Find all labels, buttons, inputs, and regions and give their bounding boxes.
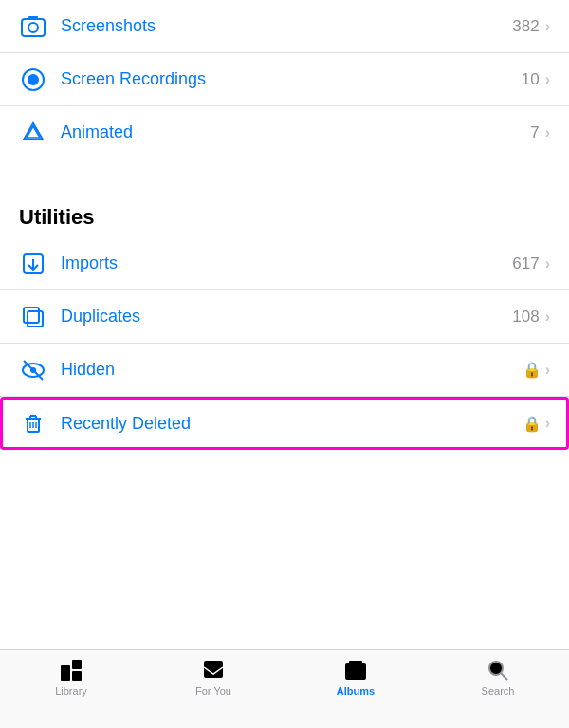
chevron-icon-recently-deleted: ›: [545, 415, 550, 432]
tab-library[interactable]: Library: [0, 658, 142, 697]
hidden-icon: [19, 356, 47, 384]
item-count-duplicates: 108: [512, 308, 539, 327]
item-label-imports: Imports: [61, 253, 512, 273]
section-gap: [0, 159, 569, 188]
svg-rect-22: [72, 660, 82, 669]
for-you-tab-icon: [201, 658, 226, 682]
svg-point-1: [28, 23, 38, 32]
item-label-screenshots: Screenshots: [61, 16, 512, 36]
list-item-imports[interactable]: Imports 617 ›: [0, 237, 569, 290]
svg-rect-2: [28, 16, 38, 20]
list-item-screen-recordings[interactable]: Screen Recordings 10 ›: [0, 53, 569, 106]
chevron-icon-screenshots: ›: [545, 18, 550, 35]
camera-icon: [19, 12, 47, 41]
item-count-screen-recordings: 10: [522, 70, 540, 89]
media-types-list: Screenshots 382 › Screen Recordings 10 ›…: [0, 0, 569, 450]
duplicate-icon: [19, 303, 47, 331]
chevron-icon-imports: ›: [545, 255, 550, 272]
tab-label-albums: Albums: [337, 685, 375, 697]
chevron-icon-animated: ›: [545, 124, 550, 141]
item-count-imports: 617: [512, 254, 539, 273]
utilities-section-header: Utilities: [0, 188, 569, 237]
chevron-icon-hidden: ›: [545, 362, 550, 379]
tab-search[interactable]: Search: [427, 658, 569, 697]
albums-tab-icon: [343, 658, 368, 682]
svg-rect-25: [345, 663, 366, 680]
svg-rect-26: [349, 661, 362, 664]
tab-label-library: Library: [55, 685, 87, 697]
tab-bar: Library For You Albums Search: [0, 649, 569, 728]
library-tab-icon: [59, 658, 83, 682]
record-icon: [19, 65, 47, 94]
lock-icon-hidden: 🔒: [523, 361, 541, 379]
list-item-hidden[interactable]: Hidden 🔒 ›: [0, 344, 569, 397]
svg-line-28: [502, 674, 508, 681]
list-item-duplicates[interactable]: Duplicates 108 ›: [0, 290, 569, 344]
import-icon: [19, 250, 47, 278]
item-count-screenshots: 382: [512, 17, 539, 36]
tab-for-you[interactable]: For You: [142, 658, 284, 697]
svg-point-4: [28, 74, 39, 85]
item-count-animated: 7: [530, 123, 539, 142]
svg-rect-23: [72, 671, 82, 681]
list-item-animated[interactable]: Animated 7 ›: [0, 106, 569, 159]
svg-rect-21: [61, 665, 70, 681]
chevron-icon-screen-recordings: ›: [545, 71, 550, 88]
chevron-icon-duplicates: ›: [545, 308, 550, 326]
svg-rect-9: [28, 311, 43, 327]
list-item-screenshots[interactable]: Screenshots 382 ›: [0, 0, 569, 53]
list-item-recently-deleted[interactable]: Recently Deleted 🔒 ›: [0, 397, 569, 450]
tab-label-for-you: For You: [195, 685, 231, 697]
lock-icon-recently-deleted: 🔒: [523, 415, 541, 433]
item-label-screen-recordings: Screen Recordings: [61, 69, 522, 89]
item-label-animated: Animated: [61, 122, 530, 142]
svg-rect-10: [24, 308, 39, 323]
svg-point-27: [489, 662, 503, 675]
animated-icon: [19, 119, 47, 147]
svg-rect-0: [22, 19, 45, 36]
item-label-hidden: Hidden: [61, 360, 523, 380]
search-tab-icon: [486, 658, 510, 682]
trash-icon: [19, 409, 47, 438]
item-label-recently-deleted: Recently Deleted: [61, 414, 523, 434]
tab-label-search: Search: [482, 685, 515, 697]
tab-albums[interactable]: Albums: [284, 658, 427, 697]
item-label-duplicates: Duplicates: [61, 307, 512, 327]
